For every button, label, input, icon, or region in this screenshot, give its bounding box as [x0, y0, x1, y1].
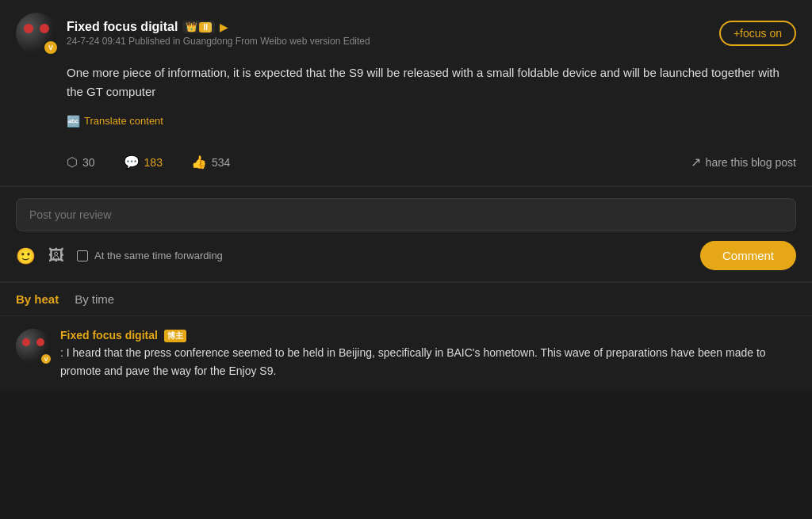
comment-text: : I heard that the press conference seem… [60, 344, 796, 380]
arrow-icon: ▶ [220, 21, 228, 33]
crown-badge: 👑 II [182, 21, 215, 33]
user-info: Fixed focus digital 👑 II ▶ 24-7-24 09:41… [67, 20, 370, 47]
share-label: hare this blog post [706, 156, 796, 169]
translate-link[interactable]: 🔤 Translate content [67, 113, 163, 130]
post-meta: 24-7-24 09:41 Published in Guangdong Fro… [67, 36, 370, 47]
sort-tabs: By heat By time [0, 282, 812, 316]
comment-input[interactable] [29, 208, 783, 221]
comment-item: V Fixed focus digital 博主 : I heard that … [16, 329, 796, 380]
comment-author-badge: 博主 [164, 330, 186, 342]
sort-by-time-tab[interactable]: By time [75, 291, 114, 307]
focus-button[interactable]: +focus on [719, 21, 796, 46]
post-text: One more piece of information, it is exp… [67, 66, 779, 98]
like-count: 534 [212, 156, 230, 169]
repost-icon: ⬡ [67, 155, 78, 170]
translate-icon: 🔤 [67, 113, 80, 130]
post-header-left: V Fixed focus digital 👑 II ▶ 24-7-24 09:… [16, 13, 370, 54]
share-icon: ↗ [691, 155, 701, 170]
sort-by-heat-tab[interactable]: By heat [16, 291, 59, 307]
comment-vip-badge: V [40, 353, 52, 365]
comment-toolbar: 🙂 🖼 At the same time forwarding Comment [16, 241, 796, 270]
forwarding-checkbox[interactable] [77, 250, 88, 261]
like-action[interactable]: 👍 534 [191, 151, 243, 173]
translate-label: Translate content [84, 113, 163, 130]
comment-avatar-eye-left [22, 338, 30, 346]
like-icon: 👍 [191, 155, 207, 170]
post-content: One more piece of information, it is exp… [67, 63, 796, 131]
vip-badge: V [43, 40, 59, 55]
post-actions: ⬡ 30 💬 183 👍 534 ↗ hare this blog post [67, 143, 796, 173]
comments-section: V Fixed focus digital 博主 : I heard that … [0, 316, 812, 392]
comment-avatar-eye-right [36, 338, 44, 346]
avatar: V [16, 13, 57, 54]
comment-input-wrapper[interactable] [16, 198, 796, 231]
post-container: V Fixed focus digital 👑 II ▶ 24-7-24 09:… [0, 0, 812, 186]
comment-count: 183 [144, 156, 163, 169]
username-row: Fixed focus digital 👑 II ▶ [67, 20, 370, 34]
comment-submit-button[interactable]: Comment [700, 241, 796, 270]
repost-count: 30 [82, 156, 95, 169]
post-header: V Fixed focus digital 👑 II ▶ 24-7-24 09:… [16, 13, 796, 54]
comment-input-section: 🙂 🖼 At the same time forwarding Comment [0, 187, 812, 281]
repost-action[interactable]: ⬡ 30 [67, 151, 108, 173]
comment-icon: 💬 [124, 155, 140, 170]
comment-username[interactable]: Fixed focus digital [60, 329, 158, 342]
level-badge: II [199, 22, 212, 32]
comment-avatar-wrapper: V [16, 329, 51, 364]
forwarding-checkbox-label[interactable]: At the same time forwarding [77, 250, 223, 261]
share-action[interactable]: ↗ hare this blog post [691, 155, 796, 170]
emoji-icon[interactable]: 🙂 [16, 246, 36, 265]
avatar-eye-left [24, 24, 33, 33]
comment-body: Fixed focus digital 博主 : I heard that th… [60, 329, 796, 380]
crown-icon: 👑 [186, 21, 197, 32]
comment-content: : I heard that the press conference seem… [60, 346, 766, 376]
username: Fixed focus digital [67, 20, 178, 34]
comment-action[interactable]: 💬 183 [124, 151, 175, 173]
forwarding-label: At the same time forwarding [94, 250, 223, 261]
image-icon[interactable]: 🖼 [48, 246, 64, 265]
avatar-eye-right [40, 24, 49, 33]
